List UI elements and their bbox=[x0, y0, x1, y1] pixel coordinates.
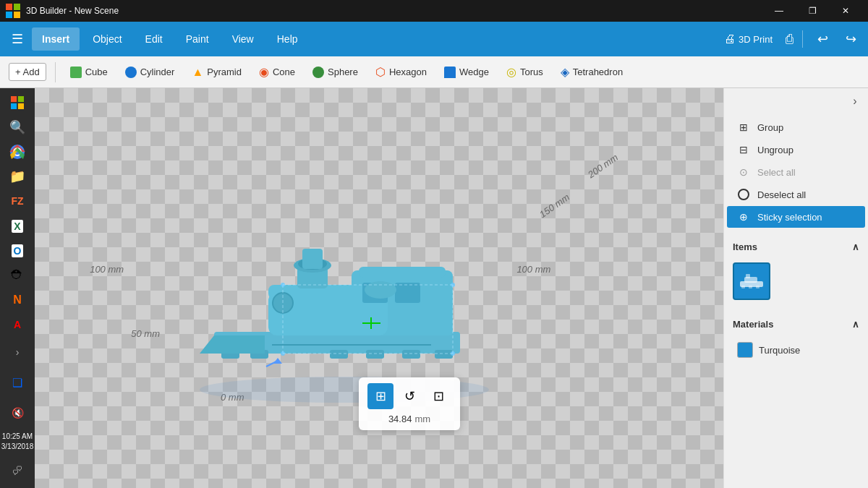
taskbar: 🔍 📁 FZ X O ⛑ N bbox=[0, 88, 35, 488]
svg-rect-49 bbox=[741, 286, 745, 288]
notification-button[interactable]: 🗪 bbox=[3, 456, 32, 485]
cone-icon: ◉ bbox=[259, 65, 269, 79]
search-button[interactable]: 🔍 bbox=[3, 116, 32, 139]
hardhat-button[interactable]: ⛑ bbox=[3, 264, 32, 287]
expand-icon: › bbox=[16, 346, 20, 358]
svg-rect-50 bbox=[749, 286, 752, 288]
dropbox-button[interactable]: ❑ bbox=[3, 368, 32, 397]
shape-tetrahedron[interactable]: ◈ Tetrahedron bbox=[555, 62, 629, 82]
svg-rect-51 bbox=[756, 286, 760, 288]
items-section-header[interactable]: Items ∧ bbox=[724, 237, 868, 257]
shape-cylinder[interactable]: Cylinder bbox=[119, 64, 181, 81]
hamburger-menu-button[interactable]: ☰ bbox=[6, 28, 29, 50]
move-button[interactable]: ⊞ bbox=[367, 383, 393, 409]
excel-button[interactable]: X bbox=[3, 214, 32, 237]
sticky-selection-button[interactable]: ⊕ Sticky selection bbox=[727, 206, 865, 228]
svg-rect-18 bbox=[435, 350, 453, 359]
outlook-button[interactable]: O bbox=[3, 239, 32, 262]
shape-sphere[interactable]: Sphere bbox=[307, 64, 364, 81]
sticky-selection-icon: ⊕ bbox=[737, 210, 750, 223]
maximize-button[interactable]: ❐ bbox=[796, 0, 829, 22]
menu-edit[interactable]: Edit bbox=[135, 27, 173, 51]
start-button[interactable] bbox=[3, 91, 32, 114]
add-button[interactable]: + Add bbox=[9, 63, 46, 81]
items-section: Items ∧ bbox=[724, 233, 868, 310]
hexagon-icon: ⬡ bbox=[375, 65, 386, 79]
dropbox-icon: ❑ bbox=[12, 376, 22, 390]
pyramid-icon: ▲ bbox=[192, 66, 203, 79]
close-button[interactable]: ✕ bbox=[829, 0, 862, 22]
float-toolbar: ⊞ ↺ ⊡ 34.84 mm bbox=[359, 377, 460, 430]
group-button[interactable]: ⊞ Group bbox=[727, 116, 865, 138]
undo-button[interactable]: ↩ bbox=[812, 28, 834, 50]
n-button[interactable]: N bbox=[3, 288, 32, 312]
shape-cube[interactable]: Cube bbox=[64, 64, 114, 81]
deselect-all-button[interactable]: Deselect all bbox=[727, 184, 865, 205]
svg-marker-19 bbox=[200, 335, 265, 354]
select-all-button[interactable]: ⊙ Select all bbox=[727, 161, 865, 183]
search-icon: 🔍 bbox=[9, 119, 25, 135]
materials-list: Turquoise bbox=[724, 334, 868, 366]
svg-rect-30 bbox=[395, 283, 420, 303]
cube-icon bbox=[70, 67, 82, 78]
filezilla-button[interactable]: FZ bbox=[3, 189, 32, 213]
scale-button[interactable]: ⊡ bbox=[425, 383, 451, 409]
volume-button[interactable]: 🔇 bbox=[3, 398, 32, 427]
main-area: 🔍 📁 FZ X O ⛑ N bbox=[0, 88, 868, 488]
group-icon: ⊞ bbox=[737, 121, 750, 134]
window-title: 3D Builder - New Scene bbox=[26, 6, 119, 16]
ungroup-icon: ⊟ bbox=[737, 143, 750, 156]
transform-value: 34.84 mm bbox=[388, 414, 430, 424]
ungroup-button[interactable]: ⊟ Ungroup bbox=[727, 139, 865, 160]
chrome-icon bbox=[9, 144, 25, 160]
system-time: 10:25 AM 3/13/2018 bbox=[1, 429, 34, 455]
shape-pyramid[interactable]: ▲ Pyramid bbox=[186, 63, 247, 82]
minimize-button[interactable]: — bbox=[762, 0, 796, 22]
excel-icon: X bbox=[12, 220, 22, 233]
svg-rect-27 bbox=[302, 249, 323, 269]
panel-actions: ⊞ Group ⊟ Ungroup ⊙ Select all Deselect … bbox=[724, 111, 868, 233]
menu-view[interactable]: View bbox=[222, 27, 264, 51]
shape-wedge[interactable]: Wedge bbox=[438, 64, 495, 81]
shape-hexagon[interactable]: ⬡ Hexagon bbox=[370, 62, 433, 82]
item-train[interactable] bbox=[733, 262, 770, 300]
cylinder-icon bbox=[125, 67, 137, 78]
acrobat-icon: A bbox=[14, 319, 21, 330]
deselect-all-icon bbox=[737, 188, 750, 201]
wedge-icon bbox=[444, 67, 456, 78]
3d-print-button[interactable]: 🖨 3D Print bbox=[717, 30, 780, 48]
chrome-icon-button[interactable] bbox=[3, 140, 32, 163]
menu-object[interactable]: Object bbox=[82, 27, 132, 51]
sphere-icon bbox=[312, 67, 324, 78]
dim-label-100-left: 100 mm bbox=[90, 264, 124, 275]
share-icon[interactable]: ⎙ bbox=[786, 32, 793, 47]
svg-rect-7 bbox=[18, 103, 24, 109]
folder-button[interactable]: 📁 bbox=[3, 165, 32, 188]
redo-button[interactable]: ↪ bbox=[840, 28, 862, 50]
toolbar: + Add Cube Cylinder ▲ Pyramid ◉ Cone Sph… bbox=[0, 56, 868, 88]
material-turquoise[interactable]: Turquoise bbox=[733, 340, 859, 360]
3d-viewport[interactable]: 200 mm 150 mm 100 mm 100 mm 50 mm 50 mm … bbox=[35, 88, 723, 488]
right-panel: › ⊞ Group ⊟ Ungroup ⊙ Select all Deselec… bbox=[723, 88, 868, 488]
menubar: ☰ Insert Object Edit Paint View Help 🖨 3… bbox=[0, 22, 868, 56]
materials-section-header[interactable]: Materials ∧ bbox=[724, 314, 868, 334]
tetrahedron-icon: ◈ bbox=[561, 65, 569, 79]
panel-collapse-button[interactable]: › bbox=[845, 91, 865, 111]
menu-help[interactable]: Help bbox=[267, 27, 308, 51]
filezilla-icon: FZ bbox=[11, 195, 23, 207]
menu-paint[interactable]: Paint bbox=[176, 27, 219, 51]
rotate-button[interactable]: ↺ bbox=[396, 383, 422, 409]
toolbar-separator bbox=[55, 62, 56, 82]
svg-rect-3 bbox=[14, 12, 20, 18]
acrobat-button[interactable]: A bbox=[3, 313, 32, 336]
train-model bbox=[156, 166, 532, 411]
shape-cone[interactable]: ◉ Cone bbox=[253, 62, 301, 82]
menu-insert[interactable]: Insert bbox=[32, 27, 80, 51]
svg-rect-0 bbox=[6, 4, 12, 10]
svg-marker-45 bbox=[273, 358, 282, 364]
volume-icon: 🔇 bbox=[12, 407, 24, 419]
shape-torus[interactable]: ◎ Torus bbox=[501, 62, 549, 82]
expand-taskbar-button[interactable]: › bbox=[3, 338, 32, 367]
items-grid bbox=[724, 257, 868, 306]
windows-logo-icon bbox=[6, 4, 20, 18]
